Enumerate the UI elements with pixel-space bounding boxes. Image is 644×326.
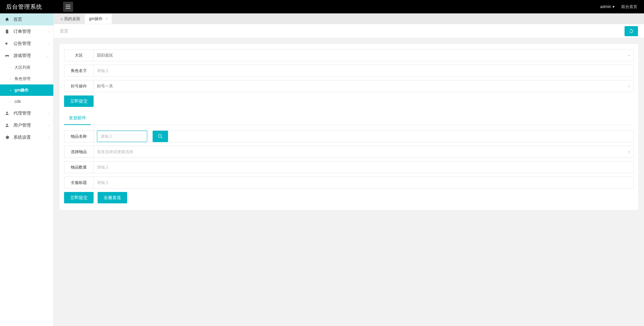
sidebar-sub-role-mgmt[interactable]: › 角色管理 — [0, 73, 53, 84]
tab-gm[interactable]: gm操作 × — [85, 14, 112, 24]
content-body: 大区 回归首区 ▾ 角色名字 封号操作 封号一天 ▾ — [54, 38, 644, 216]
tab-desktop[interactable]: ⌂ 我的桌面 — [56, 14, 84, 24]
chevron-left-icon: ‹ — [48, 135, 49, 139]
chevron-down-icon: ▾ — [628, 150, 630, 154]
sidebar-toggle-button[interactable] — [63, 2, 73, 12]
form-card: 大区 回归首区 ▾ 角色名字 封号操作 封号一天 ▾ — [59, 44, 639, 210]
tab-label: 我的桌面 — [64, 16, 80, 22]
inner-tab-mail[interactable]: 发放邮件 — [64, 112, 91, 125]
top-bar: 后台管理系统 admin ▾ 前台首页 — [0, 0, 644, 13]
close-icon[interactable]: × — [105, 16, 108, 21]
submit-button-2[interactable]: 立即提交 — [64, 192, 94, 203]
sidebar-item-orders[interactable]: 订单管理 ‹ — [0, 25, 53, 38]
refresh-button[interactable] — [625, 26, 638, 36]
sidebar-sub-zone-list[interactable]: › 大区列表 — [0, 62, 53, 73]
select-item[interactable]: 直接选择或搜索选择 ▾ — [94, 146, 634, 158]
caret-down-icon: ▾ — [612, 4, 614, 9]
tab-bar: ⌂ 我的桌面 gm操作 × — [54, 13, 644, 24]
chevron-left-icon: ‹ — [48, 123, 49, 127]
brand-title: 后台管理系统 — [0, 3, 60, 11]
svg-rect-2 — [66, 8, 70, 9]
label-role: 角色名字 — [64, 65, 94, 77]
chevron-left-icon: ‹ — [48, 17, 49, 21]
refresh-icon — [629, 28, 634, 34]
sidebar-item-label: 系统设置 — [10, 134, 48, 140]
gear-icon — [4, 135, 10, 140]
chevron-right-icon: › — [10, 88, 11, 92]
chevron-right-icon: › — [10, 100, 11, 104]
sidebar-item-user[interactable]: 用户管理 ‹ — [0, 119, 53, 131]
select-ban[interactable]: 封号一天 ▾ — [94, 80, 634, 92]
chevron-right-icon: › — [10, 66, 11, 69]
select-zone[interactable]: 回归首区 ▾ — [94, 49, 634, 61]
user-icon — [4, 123, 10, 128]
row-zone: 大区 回归首区 ▾ — [64, 49, 634, 61]
chevron-right-icon: › — [10, 77, 11, 81]
svg-rect-1 — [66, 6, 70, 7]
chevron-left-icon: ‹ — [48, 42, 49, 46]
input-role[interactable] — [97, 68, 630, 73]
submit-button-1[interactable]: 立即提交 — [64, 95, 94, 107]
row-select-item: 选择物品 直接选择或搜索选择 ▾ — [64, 146, 634, 158]
row-role: 角色名字 — [64, 65, 634, 77]
sidebar-item-agent[interactable]: 代理管理 ‹ — [0, 107, 53, 119]
page-title-row: 首页 — [54, 24, 644, 38]
sidebar-item-label: 公告管理 — [10, 41, 48, 47]
speaker-icon — [4, 41, 10, 46]
label-zone: 大区 — [64, 49, 94, 61]
document-icon — [4, 29, 10, 34]
sidebar-item-game[interactable]: 游戏管理 ⌄ — [0, 50, 53, 62]
sidebar-sub-cdk[interactable]: › cdk — [0, 96, 53, 107]
sidebar-item-system[interactable]: 系统设置 ‹ — [0, 131, 53, 143]
sidebar-item-label: 订单管理 — [10, 28, 48, 35]
label-select-item: 选择物品 — [64, 146, 94, 158]
row-ban: 封号操作 封号一天 ▾ — [64, 80, 634, 92]
chevron-left-icon: ‹ — [48, 111, 49, 115]
joystick-icon — [4, 53, 10, 58]
select-item-placeholder: 直接选择或搜索选择 — [97, 149, 133, 155]
user-menu[interactable]: admin ▾ — [600, 4, 614, 9]
input-qty[interactable] — [97, 165, 630, 170]
home-icon: ⌂ — [60, 16, 63, 21]
row-title: 全服标题 — [64, 177, 634, 189]
svg-rect-0 — [66, 5, 70, 5]
sidebar-item-label: 用户管理 — [10, 122, 48, 128]
submit-row-1: 立即提交 — [64, 95, 634, 107]
chevron-left-icon: ‹ — [48, 29, 49, 34]
user-name: admin — [600, 4, 611, 9]
search-icon — [158, 134, 163, 139]
label-qty: 物品数量 — [64, 161, 94, 173]
sidebar-item-label: 游戏管理 — [10, 53, 46, 59]
select-zone-value: 回归首区 — [97, 53, 113, 58]
sidebar-sub-label: 大区列表 — [14, 65, 31, 70]
row-qty: 物品数量 — [64, 161, 634, 173]
sidebar: 首页 ‹ 订单管理 ‹ 公告管理 ‹ 游戏管理 ⌄ › 大区列表 › 角色管理 … — [0, 13, 54, 326]
top-right-nav: admin ▾ 前台首页 — [593, 4, 644, 10]
label-title: 全服标题 — [64, 177, 94, 189]
sidebar-item-home[interactable]: 首页 ‹ — [0, 13, 53, 25]
input-role-wrap — [94, 65, 634, 77]
input-item-name[interactable] — [97, 131, 147, 142]
input-title[interactable] — [97, 180, 630, 185]
breadcrumb: 首页 — [60, 28, 68, 34]
sidebar-item-announce[interactable]: 公告管理 ‹ — [0, 38, 53, 50]
label-item-name: 物品名称 — [64, 130, 94, 142]
main-region: ⌂ 我的桌面 gm操作 × 首页 大区 回归首区 ▾ — [54, 13, 644, 326]
submit-row-2: 立即提交 全服发送 — [64, 192, 634, 203]
chevron-down-icon: ▾ — [628, 54, 630, 57]
sidebar-sub-label: gm操作 — [14, 87, 29, 93]
label-ban: 封号操作 — [64, 80, 94, 92]
row-item-name: 物品名称 — [64, 130, 634, 142]
send-all-button[interactable]: 全服发送 — [98, 192, 127, 203]
input-title-wrap — [94, 177, 634, 189]
chevron-down-icon: ⌄ — [46, 54, 49, 58]
sidebar-sub-label: 角色管理 — [14, 76, 31, 82]
sidebar-item-label: 首页 — [10, 16, 48, 22]
inner-tab-bar: 发放邮件 — [64, 112, 634, 125]
sidebar-sub-label: cdk — [14, 99, 21, 104]
sidebar-item-label: 代理管理 — [10, 110, 48, 116]
sidebar-sub-gm[interactable]: › gm操作 — [0, 84, 53, 96]
user-icon — [4, 111, 10, 116]
search-button[interactable] — [153, 131, 168, 142]
frontend-link[interactable]: 前台首页 — [621, 4, 637, 10]
